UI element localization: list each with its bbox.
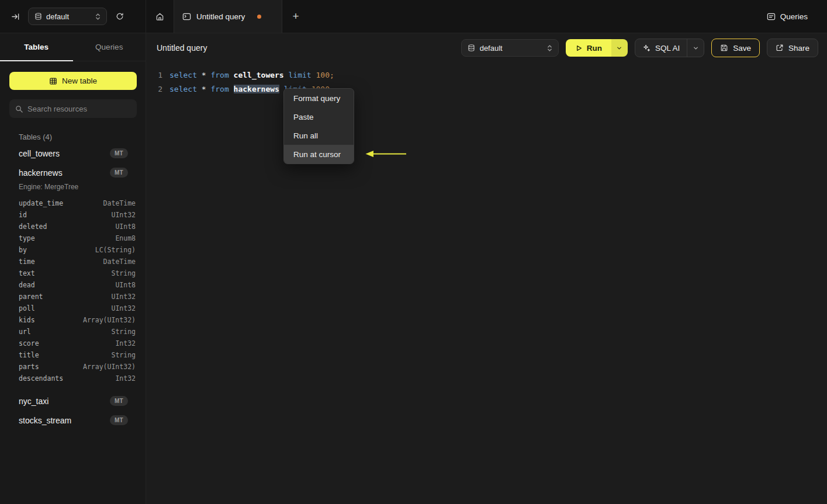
column-row: urlString: [19, 326, 136, 338]
column-row: partsArray(UInt32): [19, 361, 136, 373]
menu-item-paste[interactable]: Paste: [284, 107, 354, 126]
new-table-button[interactable]: New table: [9, 72, 137, 90]
code-line[interactable]: 2select * from hackernews limit 1000: [157, 82, 827, 96]
home-tab-button[interactable]: [146, 0, 174, 33]
sql-ai-button-group: SQL AI: [635, 39, 704, 57]
menu-item-run-all[interactable]: Run all: [284, 126, 354, 145]
table-name: stocks_stream: [19, 416, 71, 425]
topbar-database-select[interactable]: default: [28, 8, 107, 25]
engine-badge: MT: [110, 168, 128, 178]
token: [197, 71, 202, 79]
sql-ai-options-button[interactable]: [687, 39, 704, 57]
table-row-hackernews[interactable]: hackernewsMT: [0, 163, 146, 182]
tab-label: Untitled query: [196, 12, 245, 21]
token: limit: [289, 71, 312, 79]
share-button[interactable]: Share: [767, 39, 818, 57]
queries-button[interactable]: Queries: [767, 12, 808, 21]
save-floppy-icon: [720, 44, 728, 52]
queries-button-label: Queries: [780, 12, 808, 21]
sql-ai-button[interactable]: SQL AI: [635, 39, 687, 57]
save-button[interactable]: Save: [711, 39, 760, 57]
column-row: deadUInt8: [19, 279, 136, 291]
code-line[interactable]: 1select * from cell_towers limit 100;: [157, 68, 827, 82]
database-icon: [468, 44, 475, 52]
editor-lines: 1select * from cell_towers limit 100;2se…: [157, 68, 827, 96]
toolbar-database-select[interactable]: default: [461, 39, 559, 57]
token: from: [210, 71, 229, 79]
column-row: textString: [19, 267, 136, 279]
column-name: poll: [19, 304, 35, 312]
run-button[interactable]: Run: [566, 39, 611, 57]
engine-badge: MT: [110, 396, 128, 406]
column-name: deleted: [19, 223, 47, 231]
share-external-icon: [776, 44, 784, 52]
line-number: 2: [157, 85, 162, 93]
column-type: UInt32: [111, 211, 136, 219]
column-type: Enum8: [115, 234, 136, 242]
sparkle-ai-icon: [642, 44, 650, 52]
column-type: LC(String): [95, 246, 136, 254]
column-name: type: [19, 234, 35, 242]
column-name: by: [19, 246, 27, 254]
column-type: Int32: [115, 339, 136, 347]
token: [284, 71, 289, 79]
table-name: cell_towers: [19, 149, 60, 158]
column-row: deletedUInt8: [19, 221, 136, 232]
refresh-button[interactable]: [112, 8, 128, 25]
queries-icon: [767, 12, 776, 21]
column-row: kidsArray(UInt32): [19, 314, 136, 326]
menu-item-format-query[interactable]: Format query: [284, 89, 354, 107]
save-button-label: Save: [733, 44, 751, 53]
engine-badge: MT: [110, 415, 128, 425]
column-name: update_time: [19, 199, 63, 207]
column-row: update_timeDateTime: [19, 197, 136, 209]
new-tab-button[interactable]: +: [282, 0, 309, 33]
column-type: UInt8: [115, 223, 136, 231]
database-select-value: default: [46, 12, 91, 21]
column-row: descendantsInt32: [19, 373, 136, 384]
token: from: [210, 85, 229, 93]
main-panel: Untitled query default Run: [146, 33, 827, 504]
search-input[interactable]: [27, 105, 131, 113]
column-row: byLC(String): [19, 244, 136, 256]
toolbar-database-value: default: [480, 44, 542, 53]
column-row: timeDateTime: [19, 256, 136, 267]
table-row-cell-towers[interactable]: cell_towersMT: [0, 144, 146, 163]
sql-editor[interactable]: 1select * from cell_towers limit 100;2se…: [146, 62, 827, 96]
context-menu: Format queryPasteRun allRun at cursor: [283, 88, 354, 164]
column-row: scoreInt32: [19, 338, 136, 349]
table-row-nyc-taxi[interactable]: nyc_taxiMT: [0, 391, 146, 411]
line-number: 1: [157, 71, 162, 79]
home-icon: [155, 12, 164, 21]
menu-item-run-at-cursor[interactable]: Run at cursor: [284, 145, 354, 164]
column-name: parent: [19, 293, 43, 301]
updown-chevron-icon: [547, 44, 552, 52]
token: select: [169, 85, 197, 93]
column-type: String: [111, 351, 136, 359]
search-icon: [15, 105, 23, 113]
table-row-stocks-stream[interactable]: stocks_streamMT: [0, 411, 146, 430]
database-icon: [34, 12, 42, 20]
column-name: url: [19, 328, 31, 336]
engine-badge: MT: [110, 148, 128, 158]
column-row: parentUInt32: [19, 291, 136, 303]
code-text: select * from cell_towers limit 100;: [169, 71, 334, 79]
token: cell_towers: [234, 71, 284, 79]
sidebar-tab-tables[interactable]: Tables: [0, 33, 73, 61]
column-name: id: [19, 211, 27, 219]
column-row: titleString: [19, 349, 136, 361]
token: *: [202, 71, 206, 79]
column-name: descendants: [19, 374, 63, 383]
sql-ai-label: SQL AI: [655, 44, 680, 53]
sidebar-tab-queries[interactable]: Queries: [73, 33, 146, 61]
run-button-label: Run: [587, 44, 602, 53]
column-name: title: [19, 351, 39, 359]
collapse-sidebar-button[interactable]: [7, 8, 23, 25]
query-window-icon: [182, 12, 191, 21]
run-options-button[interactable]: [611, 39, 628, 57]
column-row: idUInt32: [19, 209, 136, 221]
column-name: time: [19, 258, 35, 266]
sidebar: Tables Queries New table Tables (4) cell…: [0, 33, 146, 504]
tab-untitled-query[interactable]: Untitled query: [174, 0, 282, 33]
column-type: Int32: [115, 374, 136, 383]
